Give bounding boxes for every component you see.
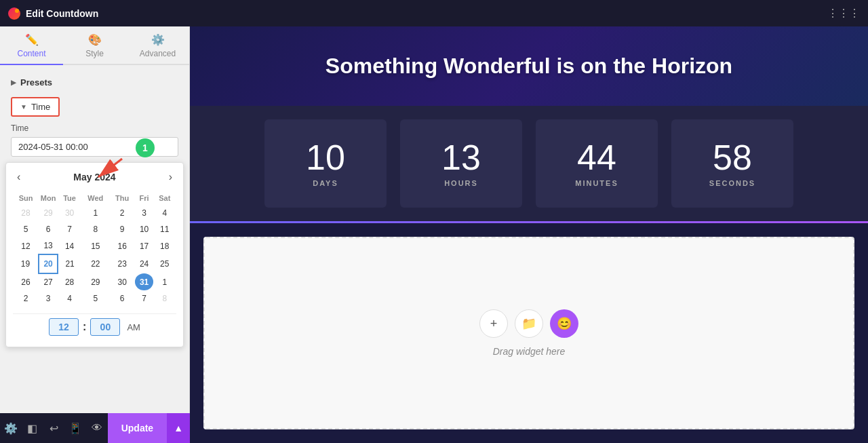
- add-widget-button[interactable]: +: [479, 309, 508, 338]
- folder-button[interactable]: 📁: [515, 309, 543, 338]
- cal-cell[interactable]: 16: [110, 237, 135, 254]
- tab-content-label: Content: [17, 49, 45, 58]
- cal-cell[interactable]: 20: [39, 254, 58, 273]
- cal-cell[interactable]: 25: [153, 254, 176, 273]
- section-divider: [190, 221, 868, 223]
- cal-cell[interactable]: 31: [135, 273, 154, 290]
- cal-cell[interactable]: 18: [153, 237, 176, 254]
- calendar-header: ‹ May 2024 ›: [13, 170, 176, 185]
- cal-cell[interactable]: 11: [153, 221, 176, 237]
- cal-cell[interactable]: 4: [153, 205, 176, 221]
- cal-cell[interactable]: 26: [13, 273, 39, 290]
- calendar-grid: Sun Mon Tue Wed Thu Fri Sat 282930123456…: [13, 191, 176, 307]
- cal-cell[interactable]: 13: [39, 237, 58, 254]
- cal-day-sun: Sun: [13, 191, 39, 205]
- cal-cell[interactable]: 3: [135, 205, 154, 221]
- cal-cell[interactable]: 5: [81, 290, 110, 307]
- app-icon: [8, 7, 20, 20]
- cal-cell[interactable]: 1: [81, 205, 110, 221]
- cal-day-fri: Fri: [135, 191, 154, 205]
- time-colon: :: [83, 321, 86, 333]
- cal-cell[interactable]: 21: [58, 254, 81, 273]
- calendar-prev[interactable]: ‹: [13, 170, 24, 185]
- time-button[interactable]: ▼ Time: [11, 97, 60, 117]
- tab-style-label: Style: [85, 49, 104, 58]
- minutes-label: MINUTES: [575, 179, 618, 187]
- cal-cell[interactable]: 12: [13, 237, 39, 254]
- time-btn-label: Time: [31, 102, 50, 112]
- cal-cell[interactable]: 29: [81, 273, 110, 290]
- time-hour-input[interactable]: [49, 318, 79, 336]
- hours-number: 13: [441, 140, 481, 175]
- left-panel: ✏️ Content 🎨 Style ⚙️ Advanced ▶ Presets: [0, 26, 190, 443]
- drag-icons: + 📁 😊: [479, 309, 578, 338]
- cal-cell[interactable]: 30: [58, 205, 81, 221]
- cal-cell[interactable]: 8: [81, 221, 110, 237]
- hero-title: Something Wonderful is on the Horizon: [203, 54, 854, 79]
- cal-cell[interactable]: 28: [58, 273, 81, 290]
- seconds-number: 58: [713, 140, 752, 175]
- days-number: 10: [306, 140, 345, 175]
- cal-cell[interactable]: 7: [135, 290, 154, 307]
- cal-cell[interactable]: 29: [39, 205, 58, 221]
- cal-cell[interactable]: 2: [13, 290, 39, 307]
- cal-cell[interactable]: 7: [58, 221, 81, 237]
- countdown-hours: 13 HOURS: [400, 119, 522, 208]
- cal-cell[interactable]: 9: [110, 221, 135, 237]
- cal-cell[interactable]: 3: [39, 290, 58, 307]
- cal-cell[interactable]: 14: [58, 237, 81, 254]
- style-icon: 🎨: [88, 33, 102, 46]
- tabs: ✏️ Content 🎨 Style ⚙️ Advanced: [0, 26, 189, 65]
- preview-tool[interactable]: 👁: [86, 413, 108, 443]
- tab-advanced[interactable]: ⚙️ Advanced: [126, 26, 189, 64]
- calendar-month-title: May 2024: [73, 172, 115, 182]
- bottom-toolbar: ⚙️ ◧ ↩ 📱 👁 Update ▲: [0, 413, 190, 443]
- cal-cell[interactable]: 8: [153, 290, 176, 307]
- cal-day-sat: Sat: [153, 191, 176, 205]
- drag-area: + 📁 😊 Drag widget here: [203, 237, 854, 429]
- cal-cell[interactable]: 27: [39, 273, 58, 290]
- top-bar: Edit Countdown ⋮⋮⋮: [0, 0, 868, 26]
- cal-cell[interactable]: 4: [58, 290, 81, 307]
- layers-tool[interactable]: ◧: [22, 413, 43, 443]
- cal-cell[interactable]: 2: [110, 205, 135, 221]
- tab-style[interactable]: 🎨 Style: [63, 26, 126, 64]
- cal-cell[interactable]: 1: [153, 273, 176, 290]
- cal-cell[interactable]: 19: [13, 254, 39, 273]
- cal-cell[interactable]: 17: [135, 237, 154, 254]
- settings-tool[interactable]: ⚙️: [0, 413, 22, 443]
- top-bar-title: Edit Countdown: [26, 8, 98, 19]
- panel-content: ▶ Presets ▼ Time Time ‹ May 2024 ›: [0, 65, 189, 413]
- content-icon: ✏️: [25, 33, 39, 46]
- cal-day-thu: Thu: [110, 191, 135, 205]
- drag-text: Drag widget here: [493, 346, 566, 357]
- template-button[interactable]: 😊: [550, 309, 578, 338]
- time-btn-wrapper: ▼ Time: [0, 93, 189, 121]
- hours-label: HOURS: [444, 179, 478, 187]
- cal-cell[interactable]: 10: [135, 221, 154, 237]
- time-row: : AM: [13, 313, 176, 340]
- grid-icon[interactable]: ⋮⋮⋮: [827, 7, 860, 20]
- presets-section[interactable]: ▶ Presets: [0, 72, 189, 93]
- cal-day-tue: Tue: [58, 191, 81, 205]
- update-button[interactable]: Update: [108, 413, 167, 443]
- cal-cell[interactable]: 6: [110, 290, 135, 307]
- cal-cell[interactable]: 28: [13, 205, 39, 221]
- chevron-up-button[interactable]: ▲: [167, 413, 190, 443]
- responsive-tool[interactable]: 📱: [64, 413, 86, 443]
- minutes-number: 44: [577, 140, 616, 175]
- cal-cell[interactable]: 30: [110, 273, 135, 290]
- main-layout: ✏️ Content 🎨 Style ⚙️ Advanced ▶ Presets: [0, 26, 868, 443]
- cal-cell[interactable]: 24: [135, 254, 154, 273]
- tab-content[interactable]: ✏️ Content: [0, 26, 63, 64]
- cal-cell[interactable]: 5: [13, 221, 39, 237]
- history-tool[interactable]: ↩: [43, 413, 64, 443]
- advanced-icon: ⚙️: [151, 33, 165, 46]
- tooltip-badge: 1: [136, 138, 155, 157]
- cal-cell[interactable]: 23: [110, 254, 135, 273]
- cal-cell[interactable]: 22: [81, 254, 110, 273]
- cal-cell[interactable]: 6: [39, 221, 58, 237]
- cal-cell[interactable]: 15: [81, 237, 110, 254]
- time-minute-input[interactable]: [90, 318, 120, 336]
- calendar-next[interactable]: ›: [165, 170, 176, 185]
